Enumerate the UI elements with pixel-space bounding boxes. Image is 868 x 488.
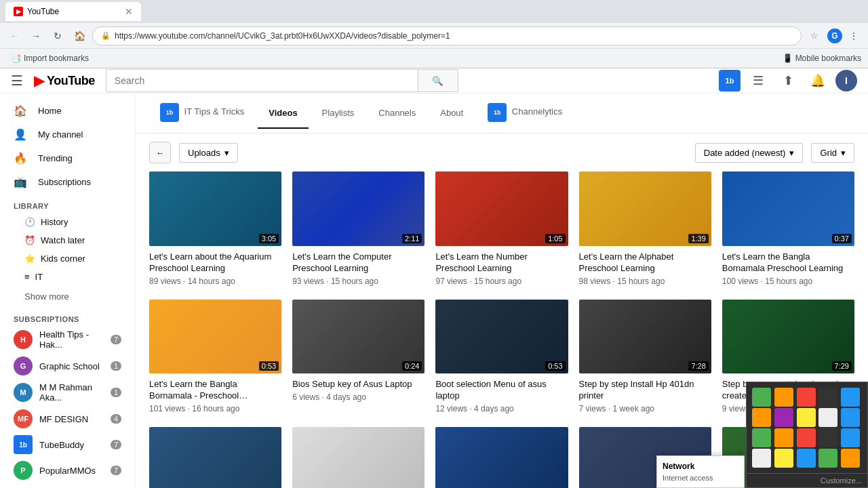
taskbar-icon[interactable] (841, 388, 860, 407)
sub-graphic-school[interactable]: G Graphic School 1 (0, 353, 135, 379)
sidebar-item-my-channel[interactable]: 👤 My channel (0, 123, 135, 146)
uploads-chevron: ▾ (224, 148, 229, 158)
tab-about[interactable]: About (429, 98, 474, 129)
reload-btn[interactable]: ↻ (49, 27, 66, 45)
taskbar-icon[interactable] (841, 449, 860, 468)
taskbar-icon[interactable] (774, 428, 793, 447)
tab-channelytics[interactable]: 1b Channelytics (477, 94, 573, 133)
video-card[interactable]: 0:37 Let's Learn the Bangla Bornamala Pr… (722, 171, 854, 289)
video-card[interactable]: 0:53 Let's Learn the Bangla Bornamala - … (149, 300, 281, 417)
taskbar-icon[interactable] (774, 388, 793, 407)
home-btn[interactable]: 🏠 (71, 27, 88, 45)
sub-name-popular: PopularMMOs (39, 466, 96, 476)
browser-tab[interactable]: ▶ YouTube ✕ (5, 2, 141, 21)
hamburger-menu-btn[interactable]: ☰ (11, 73, 23, 89)
video-card[interactable]: 2:11 Let's Learn the Computer Preschool … (292, 171, 425, 289)
video-card[interactable]: 1:05 Let's Learn the Number Preschool Le… (435, 171, 568, 289)
tab-it-tips[interactable]: 1b IT Tips & Tricks (149, 94, 255, 133)
video-duration: 0:37 (832, 234, 852, 243)
bookmark-star[interactable]: ☆ (806, 27, 823, 45)
taskbar-icon[interactable] (818, 408, 837, 427)
video-card[interactable]: 0:24 Bios Setup key of Asus Laptop 6 vie… (292, 300, 425, 417)
tab-videos[interactable]: Videos (258, 98, 308, 129)
forward-btn[interactable]: → (27, 27, 45, 45)
history-icon: 🕐 (24, 217, 35, 227)
taskbar-icon[interactable] (774, 449, 793, 468)
taskbar-icon[interactable] (841, 428, 860, 447)
tab-close-btn[interactable]: ✕ (125, 6, 133, 17)
sidebar-item-watch-later[interactable]: ⏰ Watch later (0, 231, 135, 249)
taskbar-icon[interactable] (818, 388, 837, 407)
show-more-btn[interactable]: Show more (0, 286, 135, 307)
taskbar-icon[interactable] (797, 428, 816, 447)
sub-name-mf: MF DESIGN (39, 414, 88, 424)
sub-online-freelancing[interactable]: O Online Freelancing Sch... 1 (0, 483, 135, 488)
mobile-bookmarks[interactable]: 📱 Mobile bookmarks (783, 54, 861, 63)
extensions-btn[interactable]: ⋮ (845, 27, 863, 45)
taskbar-icon[interactable] (818, 428, 837, 447)
taskbar-icon[interactable] (752, 428, 771, 447)
app-container: ▶ YouTube ✕ ← → ↻ 🏠 🔒 https://www.youtub… (0, 0, 868, 488)
video-card[interactable]: 3:05 Let's Learn about the Aquarium Pres… (149, 171, 281, 289)
tab-playlists[interactable]: Playlists (311, 98, 366, 129)
video-card[interactable]: 1:39 Let's Learn the Alphabet Preschool … (579, 171, 711, 289)
video-thumbnail: 7:28 (579, 300, 711, 374)
video-info: Bios Setup key of Asus Laptop 6 views · … (292, 373, 425, 405)
video-card[interactable]: 11:30 Installing Windows 10 On a New Com… (435, 427, 568, 488)
video-card[interactable]: 7:12 Step by step youtube channel create… (149, 427, 281, 488)
sidebar-item-history[interactable]: 🕐 History (0, 213, 135, 231)
sidebar-item-it[interactable]: ≡ IT (0, 268, 135, 286)
sub-popularmmos[interactable]: P PopularMMOs 7 (0, 458, 135, 483)
notifications-icon[interactable]: 🔔 (806, 68, 830, 93)
my-channel-icon: 👤 (14, 128, 27, 141)
taskbar-icon[interactable] (818, 449, 837, 468)
sub-name-mm: M M Rahman Aka... (39, 382, 104, 403)
tab-channels[interactable]: Channels (368, 98, 427, 129)
tubebuddy-icon[interactable]: 1b (719, 70, 741, 92)
sub-tubebuddy[interactable]: 1b TubeBuddy 7 (0, 432, 135, 458)
video-thumbnail: 1:39 (579, 171, 711, 246)
yt-logo[interactable]: ▶ YouTube (34, 73, 95, 89)
video-title: Let's Learn the Number Preschool Learnin… (435, 251, 568, 274)
back-arrow-btn[interactable]: ← (149, 142, 171, 163)
profile-icon[interactable]: G (827, 28, 842, 43)
yt-header: ☰ ▶ YouTube 🔍 1b ☰ ⬆ 🔔 I (0, 68, 868, 94)
taskbar-icon[interactable] (797, 408, 816, 427)
sub-avatar-health: H (14, 330, 33, 349)
sidebar-item-subscriptions[interactable]: 📺 Subscriptions (0, 170, 135, 194)
customize-btn[interactable]: Customize... (821, 476, 862, 485)
subscriptions-icon: 📺 (14, 176, 27, 188)
user-avatar[interactable]: I (835, 70, 857, 92)
sub-mf-design[interactable]: MF MF DESIGN 4 (0, 406, 135, 432)
taskbar-icon[interactable] (797, 449, 816, 468)
sidebar-item-trending[interactable]: 🔥 Trending (0, 146, 135, 170)
sub-mm-rahman[interactable]: M M M Rahman Aka... 1 (0, 379, 135, 406)
video-card[interactable]: 0:53 Boot selection Menu of asus laptop … (435, 300, 568, 417)
video-thumbnail: 0:53 (435, 300, 568, 374)
sub-health-tips[interactable]: H Health Tips - Hak... 7 (0, 326, 135, 353)
taskbar-icon[interactable] (797, 388, 816, 407)
channel-nav: 1b IT Tips & Tricks Videos Playlists Cha… (136, 94, 868, 134)
trending-label: Trending (38, 153, 73, 163)
sub-badge-health: 7 (111, 335, 121, 344)
taskbar-icon[interactable] (774, 408, 793, 427)
sort-dropdown[interactable]: Date added (newest) ▾ (695, 143, 804, 163)
view-dropdown[interactable]: Grid ▾ (811, 143, 854, 163)
taskbar-icon[interactable] (752, 388, 771, 407)
back-btn[interactable]: ← (5, 27, 23, 45)
sidebar-item-home[interactable]: 🏠 Home (0, 99, 135, 123)
import-bookmarks-btn[interactable]: 📑 Import bookmarks (7, 52, 93, 64)
search-button[interactable]: 🔍 (418, 69, 458, 92)
address-bar[interactable]: 🔒 https://www.youtube.com/channel/UCvikG… (92, 26, 802, 45)
video-card[interactable]: 7:28 Step by step Install Hp 401dn print… (579, 300, 711, 417)
upload-icon[interactable]: ⬆ (776, 68, 800, 93)
taskbar-icon[interactable] (752, 449, 771, 468)
video-thumbnail: 0:53 (149, 300, 281, 374)
search-input[interactable] (106, 69, 418, 92)
taskbar-icon[interactable] (841, 408, 860, 427)
video-card[interactable]: 8:04 how to SEO youtube videos | ইউটিউব … (292, 427, 425, 488)
taskbar-icon[interactable] (752, 408, 771, 427)
menu-icon[interactable]: ☰ (746, 68, 770, 93)
uploads-dropdown[interactable]: Uploads ▾ (179, 143, 238, 163)
sidebar-item-kids-corner[interactable]: ⭐ Kids corner (0, 249, 135, 268)
